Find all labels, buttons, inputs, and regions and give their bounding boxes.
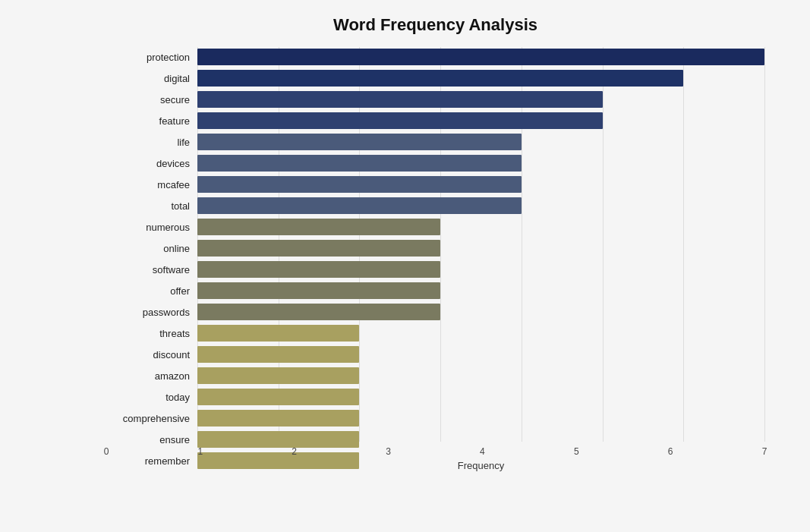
bar-row: protection	[106, 47, 764, 67]
bar-fill	[197, 176, 522, 193]
bar-label: amazon	[106, 370, 197, 382]
bar-row: offer	[106, 281, 764, 301]
bar-fill	[197, 325, 359, 342]
bar-track	[197, 155, 764, 172]
bar-track	[197, 410, 764, 427]
bar-label: comprehensive	[106, 413, 197, 424]
bar-label: life	[106, 137, 197, 148]
bar-fill	[197, 70, 683, 87]
bar-fill	[197, 91, 603, 108]
bar-row: amazon	[106, 366, 764, 386]
x-tick-label: 5	[574, 446, 579, 457]
chart-area: protectiondigitalsecurefeaturelifedevice…	[106, 47, 764, 472]
bar-label: threats	[106, 328, 197, 339]
bar-row: discount	[106, 345, 764, 364]
bar-label: today	[106, 392, 197, 403]
bar-row: comprehensive	[106, 408, 764, 428]
bar-row: feature	[106, 111, 764, 131]
bar-track	[197, 197, 764, 214]
bar-fill	[197, 346, 359, 363]
bar-row: total	[106, 196, 764, 216]
bar-label: offer	[106, 285, 197, 297]
bar-track	[197, 346, 764, 363]
bar-track	[197, 240, 764, 257]
x-tick-label: 0	[104, 446, 109, 457]
chart-container: Word Frequency Analysis protectiondigita…	[0, 0, 810, 532]
bar-label: digital	[106, 73, 197, 84]
bar-row: today	[106, 387, 764, 407]
x-axis: 01234567 Frequency	[106, 442, 764, 472]
bar-track	[197, 282, 764, 299]
bar-row: threats	[106, 323, 764, 343]
bar-track	[197, 49, 764, 65]
bar-row: life	[106, 132, 764, 152]
bar-label: feature	[106, 115, 197, 127]
bar-fill	[197, 219, 440, 235]
bar-track	[197, 325, 764, 342]
bar-track	[197, 134, 764, 150]
bar-track	[197, 304, 764, 320]
bar-label: total	[106, 200, 197, 212]
x-tick-label: 1	[198, 446, 203, 457]
bar-row: software	[106, 260, 764, 279]
x-tick-label: 2	[292, 446, 297, 457]
bar-row: online	[106, 238, 764, 258]
bar-row: digital	[106, 68, 764, 88]
bar-fill	[197, 389, 359, 405]
bar-track	[197, 176, 764, 193]
bar-track	[197, 70, 764, 87]
bar-label: devices	[106, 158, 197, 169]
x-ticks: 01234567	[106, 442, 764, 457]
x-axis-label: Frequency	[106, 460, 764, 471]
gridline	[764, 47, 765, 442]
bar-track	[197, 91, 764, 108]
x-tick-label: 7	[762, 446, 767, 457]
bars-section: protectiondigitalsecurefeaturelifedevice…	[106, 47, 764, 442]
bar-label: secure	[106, 94, 197, 105]
bar-fill	[197, 261, 440, 278]
bar-fill	[197, 155, 522, 172]
bar-track	[197, 112, 764, 129]
bar-label: software	[106, 264, 197, 275]
x-tick-label: 4	[480, 446, 485, 457]
x-tick-label: 6	[668, 446, 673, 457]
bar-fill	[197, 112, 603, 129]
bar-fill	[197, 410, 359, 427]
bar-fill	[197, 367, 359, 384]
bar-row: mcafee	[106, 175, 764, 194]
bar-track	[197, 389, 764, 405]
bar-label: numerous	[106, 222, 197, 233]
bar-fill	[197, 240, 440, 257]
bar-label: protection	[106, 52, 197, 63]
bar-label: discount	[106, 349, 197, 360]
bar-row: numerous	[106, 217, 764, 237]
bar-fill	[197, 49, 764, 65]
x-tick-label: 3	[386, 446, 391, 457]
bar-track	[197, 219, 764, 235]
bar-row: secure	[106, 90, 764, 109]
bar-fill	[197, 134, 522, 150]
bar-track	[197, 261, 764, 278]
bar-label: online	[106, 243, 197, 254]
bar-row: passwords	[106, 302, 764, 322]
bar-fill	[197, 197, 522, 214]
bar-fill	[197, 304, 440, 320]
bar-label: passwords	[106, 307, 197, 318]
chart-title: Word Frequency Analysis	[106, 15, 764, 35]
bar-track	[197, 367, 764, 384]
bar-row: devices	[106, 153, 764, 173]
bar-label: mcafee	[106, 179, 197, 190]
bar-fill	[197, 282, 440, 299]
